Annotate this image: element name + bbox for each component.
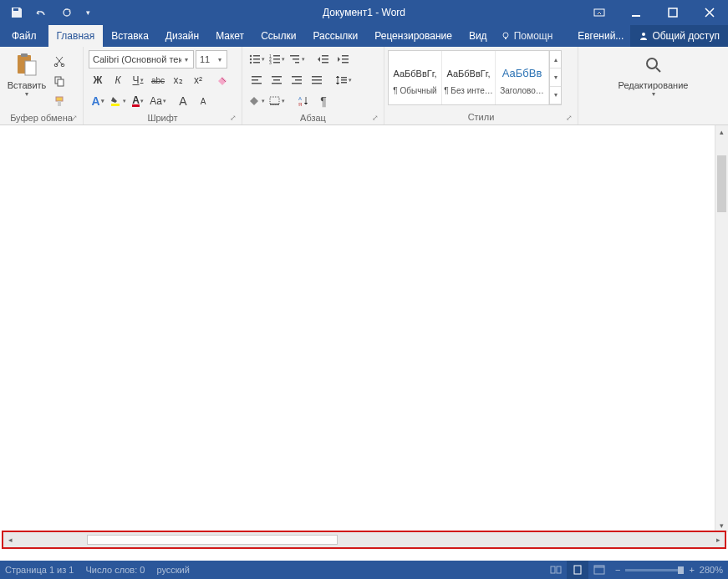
vscroll-thumb[interactable] xyxy=(717,155,726,212)
chevron-up-icon[interactable]: ▴ xyxy=(550,51,561,69)
clipboard-launcher-icon[interactable]: ⤢ xyxy=(69,113,79,123)
ribbon-display-icon[interactable] xyxy=(581,0,618,25)
quick-access-toolbar: ▾ xyxy=(0,2,95,23)
increase-indent-icon[interactable] xyxy=(334,50,353,69)
align-center-icon[interactable] xyxy=(267,71,286,89)
style-normal[interactable]: АаБбВвГг, ¶ Обычный xyxy=(389,51,442,104)
tab-design[interactable]: Дизайн xyxy=(157,25,207,47)
status-page[interactable]: Страница 1 из 1 xyxy=(5,565,74,575)
qat-customize-icon[interactable]: ▾ xyxy=(80,2,95,23)
borders-icon[interactable] xyxy=(267,92,286,110)
justify-icon[interactable] xyxy=(308,71,326,89)
zoom-slider[interactable] xyxy=(625,569,684,571)
title-bar: ▾ Документ1 - Word xyxy=(0,0,728,25)
tab-review[interactable]: Рецензирование xyxy=(366,25,461,47)
paragraph-launcher-icon[interactable]: ⤢ xyxy=(370,113,380,123)
minimize-icon[interactable] xyxy=(618,0,654,25)
horizontal-scrollbar[interactable]: ◂ ▸ xyxy=(3,532,725,547)
italic-button[interactable]: К xyxy=(109,71,127,89)
cut-icon[interactable] xyxy=(50,52,69,70)
bold-button[interactable]: Ж xyxy=(89,71,107,89)
status-language[interactable]: русский xyxy=(156,565,189,575)
tab-home[interactable]: Главная xyxy=(48,25,104,47)
tell-me[interactable]: Помощн xyxy=(496,25,558,47)
svg-rect-60 xyxy=(574,566,581,574)
line-spacing-icon[interactable] xyxy=(334,71,353,89)
font-launcher-icon[interactable]: ⤢ xyxy=(228,113,238,123)
multilevel-icon[interactable] xyxy=(288,50,306,69)
scroll-right-icon[interactable]: ▸ xyxy=(711,532,725,547)
scroll-up-icon[interactable]: ▴ xyxy=(715,125,728,139)
bullets-icon[interactable] xyxy=(247,50,266,69)
font-name-combo[interactable]: Calibri (Основной тек▾ xyxy=(89,50,194,69)
svg-rect-34 xyxy=(322,62,328,63)
save-icon[interactable] xyxy=(5,2,28,23)
tab-view[interactable]: Вид xyxy=(461,25,496,47)
redo-icon[interactable] xyxy=(55,2,79,23)
user-name[interactable]: Евгений... xyxy=(571,25,630,47)
group-editing: Редактирование ▾ xyxy=(578,47,728,124)
svg-rect-15 xyxy=(58,101,61,106)
status-words[interactable]: Число слов: 0 xyxy=(85,565,145,575)
styles-scroll[interactable]: ▴ ▾ ▾ xyxy=(549,51,561,104)
grow-font-button[interactable]: A xyxy=(174,92,192,110)
share-icon xyxy=(639,31,649,41)
zoom-in-icon[interactable]: + xyxy=(689,565,694,575)
decrease-indent-icon[interactable] xyxy=(314,50,333,69)
change-case-button[interactable]: Aa xyxy=(149,92,167,110)
shrink-font-button[interactable]: A xyxy=(194,92,212,110)
font-size-combo[interactable]: 11▾ xyxy=(196,50,227,69)
tab-mailings[interactable]: Рассылки xyxy=(304,25,366,47)
highlight-icon[interactable] xyxy=(109,92,127,110)
editing-button[interactable]: Редактирование ▾ xyxy=(613,50,694,98)
scroll-left-icon[interactable]: ◂ xyxy=(3,532,17,547)
zoom-knob[interactable] xyxy=(678,566,684,574)
print-layout-icon[interactable] xyxy=(567,561,588,579)
clear-format-icon[interactable] xyxy=(214,71,232,89)
style-no-spacing[interactable]: АаБбВвГг, ¶ Без инте… xyxy=(442,51,496,104)
text-effects-icon[interactable]: A xyxy=(89,92,107,110)
tab-references[interactable]: Ссылки xyxy=(252,25,304,47)
style-heading1[interactable]: АаБбВв Заголово… xyxy=(496,51,549,104)
tab-file[interactable]: Файл xyxy=(0,25,48,47)
zoom-controls: − + 280% xyxy=(615,565,723,575)
tab-layout[interactable]: Макет xyxy=(207,25,252,47)
close-icon[interactable] xyxy=(691,0,728,25)
styles-launcher-icon[interactable]: ⤢ xyxy=(564,113,574,123)
styles-gallery[interactable]: АаБбВвГг, ¶ Обычный АаБбВвГг, ¶ Без инте… xyxy=(388,50,562,105)
sort-icon[interactable]: AЯ xyxy=(294,92,313,110)
hscroll-track[interactable] xyxy=(17,532,711,547)
read-mode-icon[interactable] xyxy=(545,561,567,579)
svg-rect-48 xyxy=(312,79,322,81)
font-color-icon[interactable]: A xyxy=(129,92,147,110)
group-paragraph: 123 AЯ xyxy=(242,47,384,124)
strike-button[interactable]: abc xyxy=(149,71,167,89)
styles-more-icon[interactable]: ▾ xyxy=(550,87,561,104)
undo-icon[interactable] xyxy=(30,2,53,23)
subscript-button[interactable]: x₂ xyxy=(169,71,187,89)
underline-button[interactable]: Ч xyxy=(129,71,147,89)
chevron-down-icon[interactable]: ▾ xyxy=(550,69,561,86)
copy-icon[interactable] xyxy=(50,72,69,90)
zoom-out-icon[interactable]: − xyxy=(615,565,620,575)
hscroll-thumb[interactable] xyxy=(87,535,338,545)
paste-button[interactable]: Вставить ▾ xyxy=(5,50,48,98)
format-painter-icon[interactable] xyxy=(50,92,69,110)
document-area[interactable] xyxy=(0,125,715,532)
svg-rect-22 xyxy=(253,62,260,63)
superscript-button[interactable]: x² xyxy=(189,71,207,89)
vertical-scrollbar[interactable]: ▴ ▾ xyxy=(715,125,728,532)
shading-icon[interactable] xyxy=(247,92,266,110)
align-left-icon[interactable] xyxy=(247,71,266,89)
show-marks-icon[interactable]: ¶ xyxy=(314,92,333,110)
web-layout-icon[interactable] xyxy=(588,561,610,579)
maximize-icon[interactable] xyxy=(654,0,691,25)
svg-rect-14 xyxy=(56,97,63,101)
numbering-icon[interactable]: 123 xyxy=(267,50,286,69)
share-label: Общий доступ xyxy=(652,30,720,42)
svg-rect-52 xyxy=(341,82,347,84)
tab-insert[interactable]: Вставка xyxy=(103,25,157,47)
share-button[interactable]: Общий доступ xyxy=(630,25,728,47)
align-right-icon[interactable] xyxy=(288,71,306,89)
zoom-value[interactable]: 280% xyxy=(700,565,723,575)
